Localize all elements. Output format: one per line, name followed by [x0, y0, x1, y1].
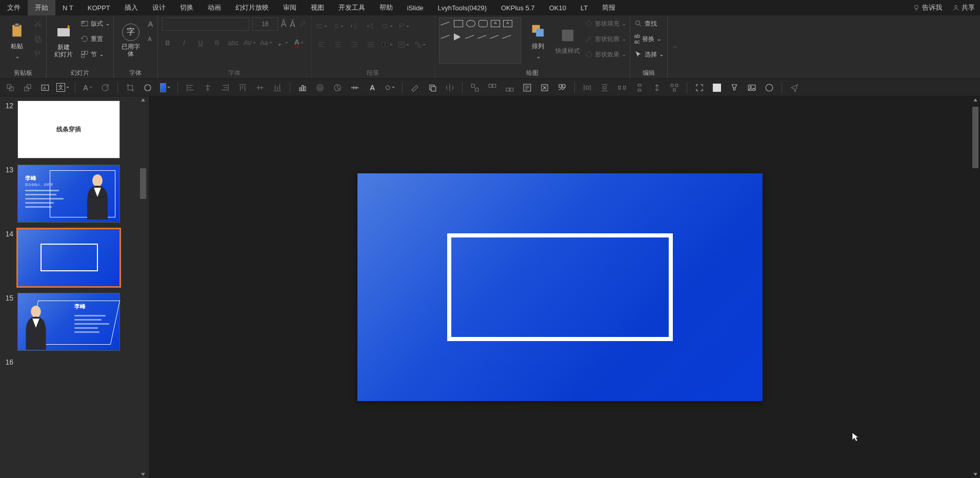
align-center-button[interactable]: [332, 39, 344, 50]
scroll-up-button[interactable]: [138, 96, 148, 104]
tb-hbar[interactable]: [350, 83, 360, 93]
tb-rotate[interactable]: [100, 83, 110, 93]
smartart-button[interactable]: [414, 39, 426, 50]
tb-snap[interactable]: [652, 83, 662, 93]
scrollbar-handle[interactable]: [140, 168, 146, 199]
indent-button[interactable]: [365, 21, 376, 32]
section-button[interactable]: 节: [81, 48, 109, 61]
tb-fontcolor[interactable]: A: [83, 83, 93, 93]
align-left-button[interactable]: [316, 39, 327, 50]
canvas-scroll-handle[interactable]: [972, 107, 978, 168]
font-dec-button[interactable]: A: [148, 33, 153, 45]
thumbnails-scrollbar[interactable]: [138, 96, 148, 478]
tb-selection-pane[interactable]: [522, 83, 532, 93]
quick-style-button[interactable]: 快速样式: [555, 17, 581, 64]
outdent-button[interactable]: [349, 21, 360, 32]
tb-share2[interactable]: [789, 83, 799, 93]
canvas-scrollbar[interactable]: [971, 96, 980, 478]
highlight-button[interactable]: [277, 37, 288, 48]
new-slide-button[interactable]: 新建 幻灯片: [51, 17, 76, 64]
shape-outline-button[interactable]: 形状轮廓: [585, 33, 626, 45]
spacing-button[interactable]: AV: [244, 37, 255, 48]
shadow-button[interactable]: abc: [228, 37, 239, 48]
menu-lt[interactable]: LT: [573, 0, 595, 15]
copy-button[interactable]: [34, 33, 42, 45]
format-painter-button[interactable]: [34, 48, 42, 61]
cut-button[interactable]: [34, 17, 42, 30]
tb-fill-white[interactable]: [712, 83, 722, 93]
tb-align-l[interactable]: [185, 83, 195, 93]
distribute-button[interactable]: [382, 39, 393, 50]
thumb-slide-12[interactable]: 线条穿插: [17, 101, 120, 158]
shapes-gallery[interactable]: A A: [439, 17, 521, 64]
tb-regroup[interactable]: [505, 83, 515, 93]
tb-image[interactable]: [747, 83, 757, 93]
strike-button[interactable]: S: [211, 37, 223, 48]
tb-dist-v2[interactable]: [634, 83, 645, 93]
thumb-slide-14[interactable]: [17, 229, 120, 287]
collapse-ribbon-button[interactable]: [668, 15, 682, 78]
tb-eraser[interactable]: [410, 83, 420, 93]
tb-layers[interactable]: [427, 83, 437, 93]
tb-donut[interactable]: [315, 83, 325, 93]
tb-dist-h[interactable]: [582, 83, 592, 93]
menu-islide[interactable]: iSlide: [400, 0, 431, 15]
tb-layer-up[interactable]: [5, 83, 15, 93]
tb-dist-v[interactable]: [599, 83, 610, 93]
tb-color-fill[interactable]: [160, 83, 170, 93]
numbering-button[interactable]: [332, 21, 344, 32]
menu-lvyhtools[interactable]: LvyhTools(0429): [431, 0, 494, 15]
align-right-button[interactable]: [349, 39, 360, 50]
find-button[interactable]: 查找: [634, 17, 663, 30]
tb-align-r[interactable]: [220, 83, 230, 93]
tb-crop[interactable]: [125, 83, 135, 93]
tb-textbox[interactable]: A: [40, 83, 50, 93]
tb-arrange2[interactable]: [669, 83, 679, 93]
paste-button[interactable]: 粘贴: [4, 17, 30, 64]
align-text-button[interactable]: [398, 39, 409, 50]
canvas-scroll-down[interactable]: [971, 471, 980, 478]
menu-nt[interactable]: N T: [55, 0, 81, 15]
tb-shape-plus[interactable]: [385, 83, 395, 93]
canvas-scroll-up[interactable]: [971, 96, 980, 104]
menu-briefing[interactable]: 简报: [595, 0, 623, 15]
italic-button[interactable]: I: [178, 37, 190, 48]
share-button[interactable]: 共享: [947, 0, 980, 15]
tb-text-a[interactable]: A: [367, 83, 377, 93]
slide-canvas-area[interactable]: [149, 96, 971, 478]
tb-mirror-h[interactable]: [445, 83, 455, 93]
menu-transition[interactable]: 切换: [173, 0, 201, 15]
font-inc-button[interactable]: A: [148, 17, 153, 30]
menu-help[interactable]: 帮助: [372, 0, 400, 15]
tb-magic[interactable]: [557, 83, 567, 93]
tb-pie[interactable]: [332, 83, 343, 93]
font-color-button[interactable]: A: [293, 37, 305, 48]
tb-chart[interactable]: [297, 83, 308, 93]
shape-fill-button[interactable]: 形状填充: [585, 17, 626, 30]
menu-developer[interactable]: 开发工具: [331, 0, 372, 15]
tell-me-button[interactable]: 告诉我: [908, 0, 947, 15]
tb-group[interactable]: [470, 83, 480, 93]
tb-align-c[interactable]: [203, 83, 213, 93]
clear-format-button[interactable]: [298, 19, 307, 29]
menu-design[interactable]: 设计: [145, 0, 173, 15]
bold-button[interactable]: B: [162, 37, 173, 48]
font-size-combo[interactable]: 18: [252, 17, 278, 31]
menu-review[interactable]: 审阅: [276, 0, 304, 15]
bullets-button[interactable]: [316, 21, 327, 32]
slide-rectangle-shape[interactable]: [447, 233, 673, 341]
arrange-button[interactable]: 排列: [525, 17, 551, 64]
tb-align-t[interactable]: [237, 83, 248, 93]
tb-ungroup[interactable]: [487, 83, 497, 93]
menu-animation[interactable]: 动画: [201, 0, 228, 15]
tb-align-m[interactable]: [255, 83, 265, 93]
layout-button[interactable]: 版式: [81, 17, 109, 30]
tb-lamp[interactable]: [729, 83, 739, 93]
font-family-combo[interactable]: [162, 17, 249, 31]
text-direction-button[interactable]: [398, 21, 409, 32]
tb-layer-down[interactable]: [23, 83, 33, 93]
tb-delete[interactable]: [539, 83, 550, 93]
tb-dist-h2[interactable]: [617, 83, 627, 93]
linespacing-button[interactable]: [382, 21, 393, 32]
reset-button[interactable]: 重置: [81, 33, 109, 45]
